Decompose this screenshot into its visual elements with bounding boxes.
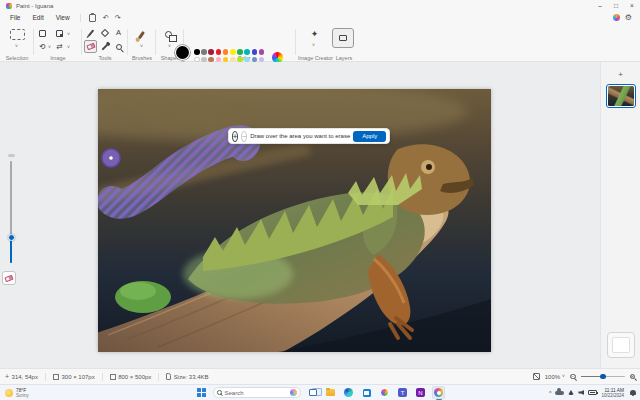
- palette-color-dot[interactable]: [216, 49, 222, 55]
- text-tool-icon[interactable]: A: [112, 26, 125, 39]
- brush-size-slider-thumb[interactable]: [8, 234, 15, 241]
- palette-color-dot[interactable]: [194, 49, 200, 55]
- notifications-bell-icon[interactable]: [630, 390, 636, 395]
- status-bar: + 314, 54px 300 × 107px 800 × 500px Size…: [0, 368, 640, 384]
- weather-widget[interactable]: 78°F Sunny: [5, 388, 29, 398]
- apply-button[interactable]: Apply: [353, 131, 386, 142]
- teams-button[interactable]: T: [396, 386, 409, 399]
- flip-icon[interactable]: ⇄: [53, 40, 66, 53]
- layers-panel: +: [600, 62, 640, 368]
- taskbar: 78°F Sunny Search T N ^: [0, 384, 640, 400]
- battery-icon[interactable]: [588, 390, 597, 395]
- wifi-icon[interactable]: [568, 390, 574, 395]
- palette-color-dot[interactable]: [259, 49, 265, 55]
- onenote-button[interactable]: N: [414, 386, 427, 399]
- palette-color-dot[interactable]: [237, 49, 243, 55]
- palette-color-dot[interactable]: [244, 49, 250, 55]
- file-explorer-button[interactable]: [324, 386, 337, 399]
- color-picker-tool-icon[interactable]: [98, 40, 111, 53]
- image-size-value: 800 × 500px: [118, 374, 151, 380]
- search-icon: [217, 390, 222, 395]
- erase-instruction-text: Draw over the area you want to erase: [250, 133, 350, 139]
- image-creator-group: ✦ ˅ Image Creator: [298, 24, 330, 62]
- layers-label: Layers: [330, 55, 358, 61]
- palette-color-dot[interactable]: [201, 49, 207, 55]
- clock-date: 10/22/2024: [601, 393, 624, 398]
- undo-button[interactable]: ↶: [100, 14, 112, 22]
- crop-icon[interactable]: [36, 27, 49, 40]
- task-view-button[interactable]: [306, 386, 319, 399]
- zoom-slider[interactable]: [581, 373, 625, 381]
- menu-edit[interactable]: Edit: [26, 12, 49, 23]
- palette-color-dot[interactable]: [223, 49, 229, 55]
- menu-view[interactable]: View: [50, 12, 76, 23]
- resize-icon[interactable]: [53, 27, 66, 40]
- menu-file[interactable]: File: [4, 12, 26, 23]
- onedrive-cloud-icon[interactable]: [555, 391, 564, 395]
- zoom-out-icon[interactable]: −: [570, 374, 576, 380]
- clipboard-icon[interactable]: [89, 14, 96, 22]
- add-mask-brush-button[interactable]: +: [232, 131, 238, 142]
- eraser-icon: [4, 274, 13, 281]
- shapes-caret[interactable]: ˅: [168, 44, 171, 49]
- search-highlights-icon: [290, 389, 297, 396]
- fit-to-window-icon[interactable]: [533, 373, 540, 380]
- background-layer-thumbnail[interactable]: [607, 332, 635, 358]
- pencil-tool-icon[interactable]: [84, 26, 97, 39]
- title-bar: Paint - Iguana – □ ×: [0, 0, 640, 11]
- brush-size-slider[interactable]: [2, 161, 20, 263]
- magnifier-tool-icon[interactable]: [112, 40, 125, 53]
- minimize-button[interactable]: –: [592, 0, 608, 11]
- store-icon: [363, 389, 371, 397]
- resize-caret[interactable]: ˅: [67, 32, 70, 37]
- brush-size-strip: [2, 154, 20, 346]
- brushes-icon[interactable]: [135, 28, 148, 41]
- close-button[interactable]: ×: [624, 0, 640, 11]
- tools-group-label: Tools: [84, 55, 126, 61]
- fill-tool-icon[interactable]: [98, 26, 111, 39]
- zoom-slider-thumb[interactable]: [600, 374, 606, 380]
- add-layer-button[interactable]: +: [615, 68, 627, 80]
- copilot-icon[interactable]: [613, 14, 620, 21]
- palette-color-dot[interactable]: [230, 49, 236, 55]
- brush-size-indicator: [8, 154, 15, 157]
- image-creator-icon[interactable]: ✦: [308, 27, 321, 40]
- rectangle-select-icon[interactable]: [10, 29, 25, 40]
- file-size-icon: [166, 373, 171, 380]
- foreground-color-swatch[interactable]: [176, 46, 189, 59]
- layers-button[interactable]: [332, 28, 354, 48]
- taskbar-clock[interactable]: 11:11 AM 10/22/2024: [601, 388, 624, 398]
- zoom-in-icon[interactable]: +: [630, 374, 636, 380]
- maximize-button[interactable]: □: [608, 0, 624, 11]
- brushes-group-label: Brushes: [130, 55, 154, 61]
- layers-group: Layers: [330, 24, 358, 62]
- tray-chevron-icon[interactable]: ^: [549, 390, 552, 396]
- start-button[interactable]: [195, 386, 208, 399]
- image-creator-label: Image Creator: [298, 55, 330, 61]
- shapes-icon[interactable]: [162, 28, 175, 41]
- edge-button[interactable]: [342, 386, 355, 399]
- brushes-group: ˅ Brushes: [130, 24, 154, 62]
- image-creator-caret[interactable]: ˅: [312, 43, 315, 48]
- windows-logo-icon: [197, 388, 206, 397]
- toolbar: ˅ Selection ˅ ⟲ ˅ ⇄ ˅ Image A Tools: [0, 24, 640, 62]
- settings-gear-icon[interactable]: ⚙: [625, 14, 632, 22]
- store-button[interactable]: [360, 386, 373, 399]
- generative-eraser-button[interactable]: [2, 271, 16, 285]
- eraser-tool-selected[interactable]: [84, 40, 97, 53]
- taskbar-search-box[interactable]: Search: [213, 387, 301, 398]
- zoom-level-dropdown[interactable]: 100% ˅: [545, 374, 565, 380]
- palette-color-dot[interactable]: [252, 49, 258, 55]
- speaker-icon[interactable]: [578, 390, 584, 395]
- onenote-icon: N: [416, 388, 425, 397]
- redo-button[interactable]: ↷: [112, 14, 124, 22]
- flip-caret[interactable]: ˅: [67, 45, 70, 50]
- subtract-mask-brush-button[interactable]: −: [241, 131, 247, 142]
- selection-dropdown-caret[interactable]: ˅: [15, 44, 18, 49]
- photos-button[interactable]: [378, 386, 391, 399]
- palette-color-dot[interactable]: [208, 49, 214, 55]
- brushes-caret[interactable]: ˅: [140, 44, 143, 49]
- rotate-caret[interactable]: ˅: [48, 45, 51, 50]
- layer-thumbnail-selected[interactable]: [606, 84, 636, 108]
- paint-taskbar-button-active[interactable]: [432, 386, 445, 399]
